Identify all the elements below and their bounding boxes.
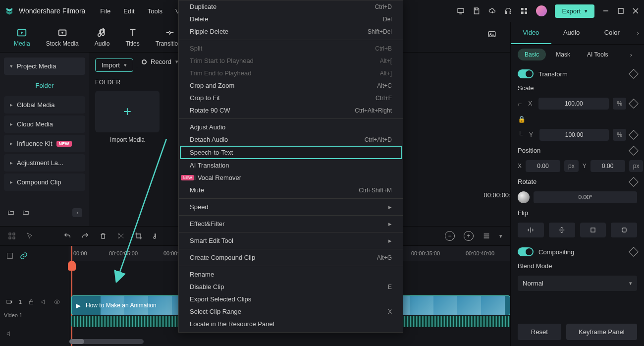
cm-delete[interactable]: DeleteDel xyxy=(179,13,403,25)
flip-v-button[interactable] xyxy=(549,223,575,237)
folder-add-icon[interactable] xyxy=(7,209,15,216)
menu-file[interactable]: File xyxy=(100,7,110,15)
compositing-kf[interactable] xyxy=(629,247,639,257)
sidebar-item-cloud[interactable]: ▸Cloud Media xyxy=(4,115,85,133)
lock-icon[interactable]: 🔒 xyxy=(518,115,526,123)
cm-speed[interactable]: Speed▸ xyxy=(179,201,403,213)
insp-tab-audio[interactable]: Audio xyxy=(551,22,592,44)
pos-y-input[interactable] xyxy=(590,160,625,172)
rotate-knob[interactable] xyxy=(518,191,530,203)
sidebar-collapse[interactable]: ‹ xyxy=(72,208,82,217)
insp-tab-color[interactable]: Color xyxy=(591,22,632,44)
list-menu[interactable]: ▾ xyxy=(499,233,502,239)
save-icon[interactable] xyxy=(473,7,481,15)
scale-y-input[interactable] xyxy=(539,129,609,141)
scale-x-kf[interactable] xyxy=(629,99,639,109)
cursor-tool-icon[interactable] xyxy=(26,232,34,240)
cm-duplicate[interactable]: DuplicateCtrl+D xyxy=(179,0,403,13)
trash-icon[interactable] xyxy=(99,232,107,240)
redo-icon[interactable] xyxy=(81,232,89,240)
cm-rename[interactable]: Rename xyxy=(179,268,403,281)
flip-3-button[interactable] xyxy=(580,223,606,237)
tab-stock-media[interactable]: Stock Media xyxy=(46,27,79,47)
insp-pill-ai[interactable]: AI Tools xyxy=(580,49,615,60)
zoom-out-button[interactable]: − xyxy=(445,231,455,241)
blend-mode-select[interactable]: Normal▾ xyxy=(518,276,637,291)
cm-ai-vocal-remover[interactable]: NEWAI Vocal Remover xyxy=(179,172,403,184)
minimize-icon[interactable] xyxy=(602,7,609,14)
sidebar-item-global[interactable]: ▸Global Media xyxy=(4,96,85,114)
cm-crop-fit[interactable]: Crop to FitCtrl+F xyxy=(179,92,403,104)
keyframe-panel-button[interactable]: Keyframe Panel xyxy=(566,324,637,340)
avatar[interactable] xyxy=(536,5,547,16)
sidebar-item-influence[interactable]: ▸Influence KitNEW xyxy=(4,135,85,152)
reset-button[interactable]: Reset xyxy=(518,324,561,340)
timeline-scrollbar[interactable] xyxy=(69,339,144,344)
cm-crop-zoom[interactable]: Crop and ZoomAlt+C xyxy=(179,79,403,92)
cm-ai-translation[interactable]: AI Translation xyxy=(179,159,403,172)
transform-keyframe[interactable] xyxy=(629,69,639,79)
cm-speech-to-text[interactable]: Speech-to-Text xyxy=(180,146,402,159)
cm-disable-clip[interactable]: Disable ClipE xyxy=(179,281,403,293)
transform-toggle[interactable] xyxy=(518,69,534,78)
cm-mute[interactable]: MuteCtrl+Shift+M xyxy=(179,184,403,196)
folder-icon[interactable] xyxy=(22,209,30,216)
insp-pills-more[interactable]: › xyxy=(625,51,637,58)
headphones-icon[interactable] xyxy=(504,7,512,15)
export-button[interactable]: Export ▾ xyxy=(555,4,594,18)
insp-pill-mask[interactable]: Mask xyxy=(549,49,577,60)
picture-icon[interactable] xyxy=(487,30,496,39)
insp-tabs-more[interactable]: › xyxy=(632,22,644,44)
crop-tool-icon[interactable] xyxy=(135,232,143,240)
close-icon[interactable] xyxy=(632,7,639,14)
cm-adjust-audio[interactable]: Adjust Audio xyxy=(179,121,403,133)
media-tile-import[interactable]: + Import Media xyxy=(95,91,160,143)
pos-x-input[interactable] xyxy=(526,160,560,172)
timeline-scroll-thumb[interactable] xyxy=(69,339,84,344)
sidebar-folder[interactable]: Folder xyxy=(4,77,85,94)
maximize-icon[interactable] xyxy=(617,7,624,14)
music-tool-icon[interactable] xyxy=(153,232,161,240)
cm-smart-edit[interactable]: Smart Edit Tool▸ xyxy=(179,234,403,247)
menu-tools[interactable]: Tools xyxy=(148,7,162,15)
import-button[interactable]: Import▾ xyxy=(95,58,133,72)
flip-4-button[interactable] xyxy=(611,223,637,237)
zoom-in-button[interactable]: + xyxy=(464,231,474,241)
tab-media[interactable]: Media xyxy=(14,27,30,47)
sidebar-item-compound[interactable]: ▸Compound Clip xyxy=(4,173,85,191)
cm-ripple-delete[interactable]: Ripple DeleteShift+Del xyxy=(179,25,403,38)
insp-pill-basic[interactable]: Basic xyxy=(518,49,546,60)
cm-locate-resource[interactable]: Locate in the Resource Panel xyxy=(179,318,403,330)
cm-export-selected[interactable]: Export Selected Clips xyxy=(179,293,403,305)
tab-audio[interactable]: Audio xyxy=(95,27,110,47)
cm-detach-audio[interactable]: Detach AudioCtrl+Alt+D xyxy=(179,133,403,146)
sidebar-item-adjustment[interactable]: ▸Adjustment La... xyxy=(4,154,85,172)
compositing-toggle[interactable] xyxy=(518,247,534,256)
record-button[interactable]: Record ▾ xyxy=(136,56,184,68)
menu-edit[interactable]: Edit xyxy=(123,7,134,15)
scale-x-input[interactable] xyxy=(538,98,609,110)
grid-tool-icon[interactable] xyxy=(8,232,16,240)
flip-h-button[interactable] xyxy=(518,223,544,237)
tab-titles[interactable]: Titles xyxy=(125,27,139,47)
lock-track-icon[interactable] xyxy=(28,298,35,305)
cm-compound-clip[interactable]: Create Compound ClipAlt+G xyxy=(179,251,403,264)
list-icon[interactable] xyxy=(483,232,490,240)
monitor-icon[interactable] xyxy=(457,7,465,15)
scissors-icon[interactable] xyxy=(117,232,125,240)
cm-effect-filter[interactable]: Effect&Filter▸ xyxy=(179,218,403,230)
cm-rotate-90[interactable]: Rotate 90 CWCtrl+Alt+Right xyxy=(179,104,403,116)
link-icon[interactable] xyxy=(20,252,28,260)
scale-y-kf[interactable] xyxy=(629,130,639,140)
grid-icon[interactable] xyxy=(520,7,528,15)
track-add-icon[interactable] xyxy=(6,252,14,260)
sidebar-project-media[interactable]: ▾Project Media xyxy=(4,58,85,75)
rotate-input[interactable] xyxy=(534,191,637,203)
mute-track-icon[interactable] xyxy=(41,298,48,305)
eye-track-icon[interactable] xyxy=(54,298,60,305)
insp-tab-video[interactable]: Video xyxy=(511,22,551,44)
position-kf[interactable] xyxy=(629,146,639,156)
rotate-kf[interactable] xyxy=(629,177,639,187)
cloud-icon[interactable] xyxy=(488,7,496,15)
cm-select-range[interactable]: Select Clip RangeX xyxy=(179,305,403,318)
